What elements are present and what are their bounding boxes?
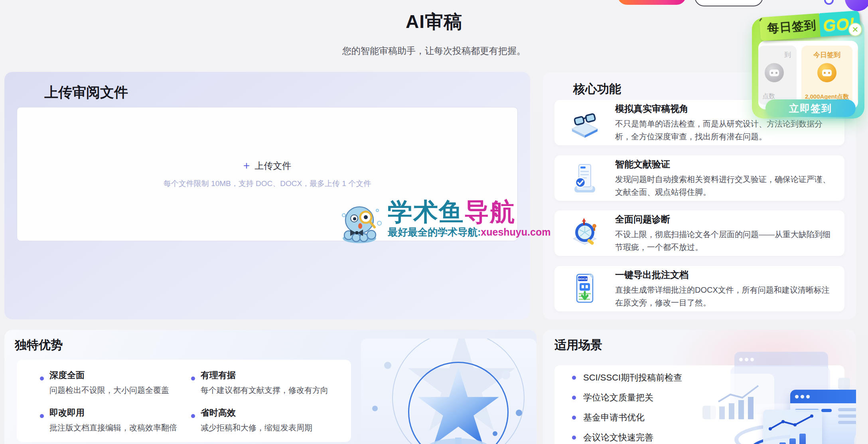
hero: AI审稿 您的智能审稿助手，让每次投稿都更有把握。 (0, 10, 868, 57)
feature-desc: 不设上限，彻底扫描论文各个层面的问题——从重大缺陷到细节瑕疵，一个都不放过。 (615, 228, 834, 254)
radar-scan-icon (554, 216, 615, 250)
watermark-brand: 学术鱼导航 (388, 199, 550, 225)
coin-icon (765, 63, 784, 82)
feature-title: 全面问题诊断 (615, 213, 834, 226)
scenario-item: 学位论文质量把关 (583, 392, 653, 404)
scenario-item: 会议论文快速完善 (583, 432, 653, 444)
advantages-panel: 独特优势 深度全面 问题检出不设限，大小问题全覆盖 有理有据 每个建议都有文献支… (4, 330, 537, 444)
upload-button[interactable]: + 上传文件 (243, 160, 291, 172)
docx-chip-label: DOCX (578, 277, 588, 281)
bullet-icon (572, 436, 576, 440)
top-gradient-pill-button[interactable] (617, 0, 686, 5)
bullet-icon (40, 414, 44, 418)
feature-desc: 直接生成带详细批注的DOCX文件，所有问题和建议清晰标注在原文旁，修改一目了然。 (615, 283, 834, 309)
page: AI审稿 您的智能审稿助手，让每次投稿都更有把握。 上传审阅文件 + 上传文件 … (0, 0, 868, 444)
advantages-heading: 独特优势 (15, 337, 63, 353)
checkin-now-button[interactable]: 立即签到 (765, 99, 856, 117)
advantage-item: 深度全面 问题检出不设限，大小问题全覆盖 (49, 369, 169, 396)
checkin-tag: 每日签到 (759, 13, 821, 41)
scenario-item: SCI/SSCI期刊投稿前检查 (583, 372, 682, 384)
bullet-icon (191, 414, 195, 418)
window-titlebar (790, 390, 856, 403)
site-watermark: 学术鱼导航 最好最全的学术导航:xueshuyu.com (337, 199, 550, 248)
checkin-card-tomorrow: 明日 2,000A (857, 46, 858, 105)
checkin-card-previous: 到 点数 (758, 46, 797, 105)
feature-card-problem-diagnosis: 全面问题诊断 不设上限，彻底扫描论文各个层面的问题——从重大缺陷到细节瑕疵，一个… (554, 210, 844, 256)
watermark-tagline: 最好最全的学术导航:xueshuyu.com (388, 226, 550, 239)
docx-file-icon: DOCX (554, 272, 615, 305)
upload-panel: 上传审阅文件 + 上传文件 每个文件限制 10MB，支持 DOC、DOCX，最多… (4, 72, 530, 319)
page-subtitle: 您的智能审稿助手，让每次投稿都更有把握。 (0, 45, 868, 57)
feature-title: 一键导出批注文档 (615, 269, 834, 281)
upload-hint: 每个文件限制 10MB，支持 DOC、DOCX，最多上传 1 个文件 (164, 178, 371, 189)
feature-title: 智能文献验证 (615, 158, 834, 170)
advantages-card: 深度全面 问题检出不设限，大小问题全覆盖 有理有据 每个建议都有文献支撑，修改有… (17, 360, 351, 442)
glasses-document-icon (554, 106, 615, 139)
upload-button-label: 上传文件 (254, 160, 291, 172)
deco-dot (493, 431, 497, 436)
core-features-heading: 核心功能 (573, 81, 621, 97)
feature-desc: 不只是简单的语法检查，而是从研究设计、方法论到数据分析，全方位深度审查，找出所有… (615, 117, 834, 143)
analytics-illustration (694, 330, 856, 444)
page-title: AI审稿 (0, 10, 868, 34)
deco-dot (384, 362, 391, 369)
checkin-card-today: 今日签到 2,000Agent点数 (801, 46, 852, 105)
bullet-icon (572, 376, 576, 380)
close-icon[interactable]: ✕ (848, 23, 862, 36)
clock-icon (854, 428, 856, 444)
scenario-item: 基金申请书优化 (583, 412, 645, 424)
deco-dot (516, 410, 522, 416)
bar-chart-card (763, 410, 822, 444)
deco-cube (838, 378, 850, 390)
daily-checkin-popup: 到 点数 今日签到 2,000Agent点数 明日 2,000A 每日签到 GO… (752, 18, 864, 119)
plus-icon: + (243, 160, 250, 171)
bullet-icon (191, 377, 195, 381)
scenarios-heading: 适用场景 (554, 337, 602, 353)
upload-heading: 上传审阅文件 (44, 83, 128, 102)
document-check-icon (554, 161, 615, 195)
help-icon[interactable] (824, 0, 834, 5)
feature-desc: 发现问题时自动搜索相关资料进行交叉验证，确保论证严谨、文献全面、观点站得住脚。 (615, 173, 834, 198)
trophy-star-illustration (361, 339, 537, 444)
top-outline-pill-button[interactable] (694, 0, 763, 6)
advantage-item: 省时高效 减少拒稿和大修，缩短发表周期 (201, 407, 312, 433)
feature-card-literature-verify: 智能文献验证 发现问题时自动搜索相关资料进行交叉验证，确保论证严谨、文献全面、观… (554, 155, 844, 201)
feature-card-export-docx: DOCX 一键导出批注文档 直接生成带详细批注的DOCX文件，所有问题和建议清晰… (554, 266, 844, 311)
octopus-mascot-icon (337, 199, 385, 248)
bullet-icon (572, 416, 576, 420)
deco-dot (501, 371, 510, 379)
coin-icon (817, 63, 836, 82)
advantage-item: 有理有据 每个建议都有文献支撑，修改有方向 (201, 369, 328, 396)
bullet-icon (40, 377, 44, 381)
bullet-icon (572, 396, 576, 400)
advantage-item: 即改即用 批注版文档直接编辑，改稿效率翻倍 (49, 407, 177, 433)
scenarios-panel: 适用场景 SCI/SSCI期刊投稿前检查 学位论文质量把关 基金申请书优化 会议… (543, 330, 856, 444)
deco-dot (372, 406, 378, 411)
